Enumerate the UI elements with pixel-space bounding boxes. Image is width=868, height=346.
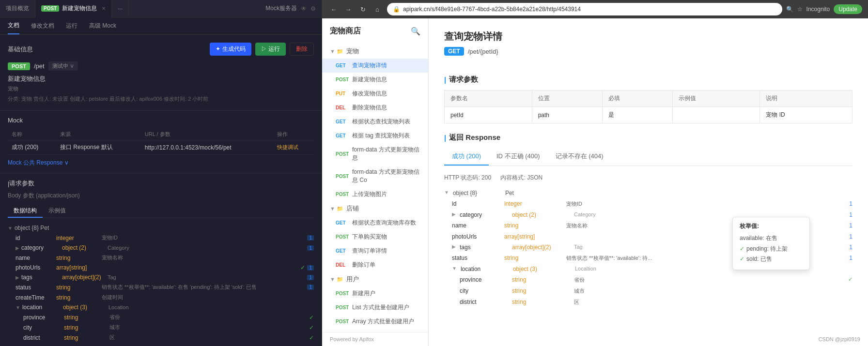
section-header: 基础信息 ✦ 生成代码 ▷ 运行 删除	[8, 43, 314, 56]
run-button[interactable]: ▷ 运行	[255, 43, 286, 56]
tree-group-store-header[interactable]: ▼ 📁 店铺	[322, 201, 428, 216]
tab-data-structure[interactable]: 数据结构	[8, 205, 43, 218]
api-detail: 查询宠物详情 GET /pet/{petId} 请求参数 参数名 位置 必填 示…	[429, 18, 868, 346]
tree-item-label-post-order: 下单购买宠物	[352, 233, 387, 241]
generate-code-button[interactable]: ✦ 生成代码	[210, 43, 251, 56]
tree-item-get-pet-status[interactable]: GET 根据状态查找宠物列表	[322, 115, 428, 129]
tree-group-user-header[interactable]: ▼ 📁 用户	[322, 272, 428, 286]
eye-icon[interactable]: 👁	[301, 5, 307, 12]
mock-col-url: URL / 参数	[141, 129, 273, 140]
tree-item-del-pet[interactable]: DEL 删除宠物信息	[322, 101, 428, 115]
mock-col-source: 来源	[56, 129, 141, 140]
delete-button[interactable]: 删除	[290, 43, 314, 56]
tree-item-post-user[interactable]: POST 新建用户	[322, 286, 428, 301]
tree-item-post-form1[interactable]: POST form-data 方式更新宠物信息	[322, 143, 428, 165]
tree-item-post-pet[interactable]: POST 新建宠物信息	[322, 73, 428, 87]
tab-api[interactable]: POST 新建宠物信息 ✕	[35, 0, 112, 17]
schema-field-createTime: createTime string 创建时间	[8, 292, 314, 302]
rs-name-category: category	[460, 211, 508, 218]
tree-item-put-pet[interactable]: PUT 修改宠物信息	[322, 87, 428, 101]
browser-chrome: ← → ↻ ⌂ 🔒 apipark.cn/s/f48e91e8-7767-4bc…	[322, 0, 868, 18]
schema-field-district: district string 区 ✓	[8, 332, 314, 343]
tree-item-get-inventory[interactable]: GET 根据状态查询宠物库存数	[322, 216, 428, 230]
expand-rs-tags[interactable]: ▶	[452, 244, 456, 249]
tooltip-item-pending: ✓ pending: 待上架	[740, 244, 803, 255]
quick-test-button[interactable]: 快捷调试	[277, 144, 298, 150]
mock-table: 名称 来源 URL / 参数 操作 成功 (200) 接口 Response 默…	[8, 129, 314, 155]
nav-edit[interactable]: 修改文档	[31, 18, 54, 34]
check-icon-province-r: ✓	[848, 276, 852, 283]
expand-tags-icon[interactable]: ▶	[16, 275, 19, 280]
response-tab-400[interactable]: ID 不正确 (400)	[489, 148, 548, 165]
tree-item-label-post-form1: form-data 方式更新宠物信息	[352, 146, 420, 162]
rs-num-status: 1	[843, 255, 852, 261]
schema-field-city: city string 城市 ✓	[8, 322, 314, 332]
tree-item-label-post-user: 新建用户	[352, 289, 375, 298]
rs-type-province: string	[512, 276, 570, 283]
field-type-name: string	[56, 255, 100, 261]
gear-icon[interactable]: ⚙	[310, 5, 316, 12]
tree-item-post-upload[interactable]: POST 上传宠物图片	[322, 187, 428, 201]
expand-rs-category[interactable]: ▶	[452, 211, 456, 217]
tree-item-post-order[interactable]: POST 下单购买宠物	[322, 230, 428, 244]
tree-item-get-pet[interactable]: GET 查询宠物详情	[322, 59, 428, 73]
method-post-label-8: POST	[336, 319, 349, 324]
address-bar[interactable]: 🔒 apipark.cn/s/f48e91e8-7767-4bcd-a22b-5…	[387, 3, 782, 15]
api-nav-search-icon[interactable]: 🔍	[411, 27, 420, 36]
field-name-name: name	[16, 255, 54, 261]
tooltip-popup: 枚举值: available: 在售 ✓ pending: 待上架 ✓ sold…	[732, 217, 810, 270]
rs-field-province: province string 省份 ✓	[444, 274, 852, 286]
method-post-label-7: POST	[336, 305, 349, 310]
col-param-name: 参数名	[445, 90, 532, 107]
rs-desc-district: 区	[574, 299, 852, 306]
forward-button[interactable]: →	[342, 3, 354, 15]
expand-rs-root[interactable]: ▼	[444, 190, 449, 195]
field-name-createTime: createTime	[16, 294, 54, 301]
tab-close-icon[interactable]: ✕	[102, 6, 106, 11]
tree-item-get-pet-tag[interactable]: GET 根据 tag 查找宠物列表	[322, 129, 428, 143]
tree-item-del-order[interactable]: DEL 删除订单	[322, 258, 428, 272]
update-button[interactable]: Update	[834, 4, 862, 14]
mock-col-action: 操作	[273, 129, 314, 140]
env-tag[interactable]: 测试中 ∨	[48, 61, 78, 71]
right-panel: ← → ↻ ⌂ 🔒 apipark.cn/s/f48e91e8-7767-4bc…	[322, 0, 868, 346]
expand-location-icon[interactable]: ▼	[16, 305, 20, 310]
tree-item-label-post-pet: 新建宠物信息	[352, 75, 387, 84]
field-badge-tags: 1	[307, 275, 314, 280]
tree-item-get-order[interactable]: GET 查询订单详情	[322, 244, 428, 258]
field-desc-status: 销售状态 **枚举值**: 'available': 在售 'pending':…	[102, 284, 305, 291]
rs-num-id: 1	[843, 200, 852, 207]
nav-doc[interactable]: 文档	[8, 17, 19, 34]
tree-item-get-login[interactable]: GET 登录	[322, 329, 428, 332]
tab-example-value[interactable]: 示例值	[43, 205, 72, 218]
back-button[interactable]: ←	[328, 3, 340, 15]
tree-group-pet-header[interactable]: ▼ 📁 宠物	[322, 44, 428, 59]
tree-item-post-form2[interactable]: POST form-data 方式更新宠物信息 Co	[322, 165, 428, 187]
bookmark-icon[interactable]: ☆	[797, 6, 803, 13]
nav-advanced-mock[interactable]: 高级 Mock	[89, 18, 116, 34]
check-icon-city: ✓	[309, 324, 314, 331]
tab-overview[interactable]: 项目概览	[0, 0, 35, 17]
rs-name-id: id	[452, 200, 500, 207]
response-tab-200[interactable]: 成功 (200)	[444, 148, 489, 165]
button-group: ✦ 生成代码 ▷ 运行 删除	[210, 43, 314, 56]
param-petId-required: 是	[602, 107, 672, 123]
field-badge-photoUrls: 1	[307, 265, 314, 271]
method-post-label-4: POST	[336, 192, 349, 197]
expand-category-icon[interactable]: ▶	[16, 245, 19, 251]
response-tab-404[interactable]: 记录不存在 (404)	[548, 148, 611, 165]
field-name-location: location	[22, 304, 61, 311]
tab-more[interactable]: ···	[112, 0, 129, 17]
expand-root-icon[interactable]: ▼	[8, 226, 13, 231]
expand-rs-location[interactable]: ▼	[452, 266, 457, 271]
refresh-button[interactable]: ↻	[357, 3, 369, 15]
mock-public-response[interactable]: Mock 公共 Response ∨	[8, 159, 314, 167]
search-icon[interactable]: 🔍	[786, 6, 793, 13]
field-desc-city: 城市	[109, 324, 307, 331]
tree-item-post-user-array[interactable]: POST Array 方式批量创建用户	[322, 315, 428, 329]
method-get-label: GET	[336, 63, 349, 68]
browser-actions: 🔍 ☆ Incognito Update	[786, 4, 862, 14]
home-button[interactable]: ⌂	[372, 3, 383, 15]
nav-run[interactable]: 运行	[66, 18, 78, 34]
tree-item-post-user-list[interactable]: POST List 方式批量创建用户	[322, 301, 428, 315]
